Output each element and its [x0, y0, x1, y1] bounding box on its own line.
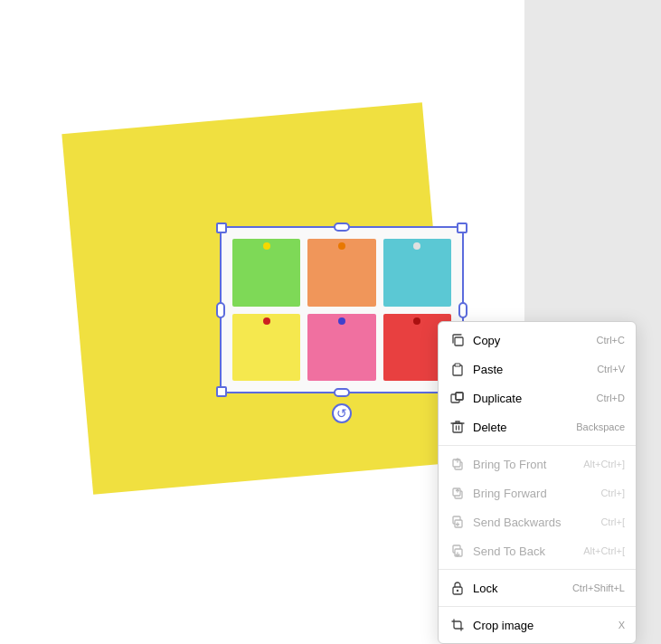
- bring-forward-shortcut: Ctrl+]: [600, 488, 625, 498]
- crop-icon: [449, 617, 466, 633]
- handle-top-left[interactable]: [216, 223, 227, 233]
- handle-bottom-left[interactable]: [216, 386, 227, 397]
- delete-shortcut: Backspace: [576, 421, 625, 432]
- svg-rect-1: [453, 365, 462, 375]
- pin-blue: [338, 317, 345, 325]
- lock-icon: [449, 580, 466, 596]
- divider-3: [439, 606, 636, 607]
- svg-rect-4: [456, 393, 463, 400]
- lock-shortcut: Ctrl+Shift+L: [572, 582, 625, 593]
- svg-rect-2: [455, 364, 460, 366]
- sticky-orange: [307, 239, 375, 307]
- crop-label: Crop image: [473, 619, 611, 632]
- copy-shortcut: Ctrl+C: [597, 335, 625, 346]
- handle-bottom-middle[interactable]: [334, 388, 350, 397]
- copy-icon: [449, 332, 466, 348]
- delete-label: Delete: [473, 421, 569, 434]
- handle-middle-left[interactable]: [216, 302, 225, 318]
- duplicate-label: Duplicate: [473, 392, 590, 405]
- menu-item-send-to-back[interactable]: Send To Back Alt+Ctrl+[: [439, 536, 636, 565]
- copy-label: Copy: [473, 334, 590, 347]
- paste-label: Paste: [473, 363, 590, 376]
- handle-top-middle[interactable]: [334, 223, 350, 232]
- divider-2: [439, 569, 636, 570]
- crop-shortcut: X: [619, 620, 625, 630]
- bring-forward-label: Bring Forward: [473, 487, 593, 500]
- menu-item-bring-to-front[interactable]: Bring To Front Alt+Ctrl+]: [439, 450, 636, 478]
- duplicate-shortcut: Ctrl+D: [597, 393, 625, 403]
- delete-icon: [449, 419, 466, 435]
- send-backwards-icon: [449, 514, 466, 530]
- menu-item-bring-forward[interactable]: Bring Forward Ctrl+]: [439, 478, 636, 507]
- rotate-handle[interactable]: ↺: [332, 403, 352, 423]
- pin-dark-red: [413, 317, 420, 325]
- sticky-green: [232, 239, 300, 307]
- menu-item-crop-image[interactable]: Crop image X: [439, 611, 636, 639]
- menu-item-duplicate[interactable]: Duplicate Ctrl+D: [439, 384, 636, 412]
- lock-label: Lock: [473, 582, 565, 595]
- handle-middle-right[interactable]: [458, 302, 467, 318]
- bring-to-front-label: Bring To Front: [473, 458, 576, 471]
- menu-item-paste[interactable]: Paste Ctrl+V: [439, 355, 636, 384]
- send-to-back-shortcut: Alt+Ctrl+[: [583, 545, 625, 556]
- handle-top-right[interactable]: [457, 223, 467, 233]
- svg-point-16: [457, 590, 458, 592]
- paste-icon: [449, 361, 466, 377]
- divider-1: [439, 445, 636, 446]
- menu-item-copy[interactable]: Copy Ctrl+C: [439, 326, 636, 355]
- context-menu: Copy Ctrl+C Paste Ctrl+V Duplicate Ctrl+…: [438, 321, 637, 644]
- pin-orange: [338, 242, 345, 250]
- sticky-pink: [307, 314, 375, 382]
- menu-item-lock[interactable]: Lock Ctrl+Shift+L: [439, 573, 636, 602]
- sticky-yellow: [232, 314, 300, 382]
- duplicate-icon: [449, 390, 466, 406]
- send-backwards-label: Send Backwards: [473, 516, 593, 529]
- pin-red: [263, 317, 270, 325]
- bring-to-front-icon: [449, 456, 466, 472]
- selected-image[interactable]: ↺: [220, 226, 464, 393]
- send-to-back-label: Send To Back: [473, 545, 576, 558]
- svg-rect-6: [453, 423, 462, 432]
- bring-to-front-shortcut: Alt+Ctrl+]: [583, 459, 625, 469]
- pin-white: [413, 242, 420, 250]
- paste-shortcut: Ctrl+V: [597, 364, 625, 374]
- pin-yellow: [263, 242, 270, 250]
- bring-forward-icon: [449, 485, 466, 501]
- send-to-back-icon: [449, 543, 466, 559]
- menu-item-delete[interactable]: Delete Backspace: [439, 412, 636, 441]
- sticky-notes-content: [222, 228, 462, 392]
- sticky-blue: [383, 239, 451, 307]
- menu-item-send-backwards[interactable]: Send Backwards Ctrl+[: [439, 507, 636, 536]
- send-backwards-shortcut: Ctrl+[: [600, 516, 625, 527]
- svg-rect-0: [455, 337, 463, 346]
